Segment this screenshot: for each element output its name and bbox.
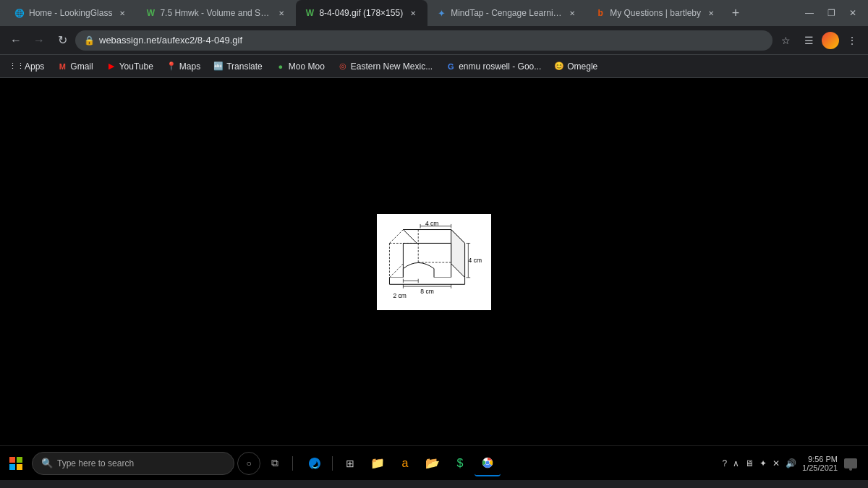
new-tab-button[interactable]: + (726, 3, 746, 23)
diagram-svg: 4 cm 4 cm 8 cm 2 cm (383, 217, 485, 307)
bookmark-moomoo-label: Moo Moo (289, 61, 325, 72)
dollar-taskbar-button[interactable]: $ (447, 450, 473, 476)
task-view-icon: ⧉ (271, 457, 278, 469)
tab-4[interactable]: ✦ MindTap - Cengage Learning ✕ (427, 0, 587, 26)
tray-sound-icon[interactable]: 🔊 (784, 457, 798, 470)
bookmark-translate[interactable]: 🔤 Translate (208, 59, 268, 74)
taskbar-search[interactable]: 🔍 Type here to search (32, 452, 234, 475)
chrome-icon (480, 455, 495, 470)
tab-5[interactable]: b My Questions | bartleby ✕ (587, 0, 726, 26)
address-bar[interactable]: 🔒 webassign.net/aufexc2/8-4-049.gif (75, 30, 773, 51)
gmail-favicon: M (57, 61, 67, 72)
bookmark-moomoo[interactable]: ● Moo Moo (270, 59, 331, 74)
image-container: 4 cm 4 cm 8 cm 2 cm (377, 214, 491, 310)
label-bottom: 8 cm (420, 287, 433, 294)
settings-menu-button[interactable]: ☰ (799, 30, 819, 51)
clock-date: 1/25/2021 (802, 463, 838, 472)
amazon-taskbar-button[interactable]: a (392, 450, 418, 476)
tab-5-close[interactable]: ✕ (705, 7, 717, 19)
bookmark-apps[interactable]: ⋮⋮ Apps (6, 59, 50, 74)
notification-icon (844, 458, 857, 468)
tab-3-title: 8-4-049.gif (178×155) (319, 8, 403, 18)
tab-1[interactable]: 🌐 Home - LookingGlass ✕ (6, 0, 137, 26)
system-tray: ? ∧ 🖥 ✦ ✕ 🔊 (720, 457, 798, 470)
refresh-button[interactable]: ↻ (52, 30, 72, 51)
bookmark-youtube[interactable]: ▶ YouTube (101, 59, 159, 74)
bookmark-maps[interactable]: 📍 Maps (161, 59, 206, 74)
taskbar-divider (292, 456, 293, 471)
tray-x-icon[interactable]: ✕ (771, 457, 781, 470)
more-options-button[interactable]: ⋮ (842, 30, 862, 51)
grid-icon: ⊞ (346, 458, 354, 469)
taskbar-right: ? ∧ 🖥 ✦ ✕ 🔊 9:56 PM 1/25/2021 (720, 455, 865, 472)
bookmark-enmu-label: enmu roswell - Goo... (459, 61, 541, 72)
tab-1-close[interactable]: ✕ (116, 7, 128, 19)
bookmarks-bar: ⋮⋮ Apps M Gmail ▶ YouTube 📍 Maps 🔤 Trans… (0, 55, 868, 78)
tray-question-icon[interactable]: ? (720, 457, 728, 470)
tab-2-close[interactable]: ✕ (276, 7, 287, 19)
close-button[interactable]: ✕ (846, 7, 859, 20)
apps-favicon: ⋮⋮ (12, 61, 22, 72)
eastern-favicon: ◎ (338, 61, 348, 72)
maximize-button[interactable]: ❐ (825, 7, 838, 20)
notification-button[interactable] (842, 455, 859, 472)
tab-5-favicon: b (595, 8, 605, 18)
bookmark-gmail[interactable]: M Gmail (51, 59, 98, 74)
bookmark-enmu[interactable]: G enmu roswell - Goo... (440, 59, 547, 74)
label-right: 4 cm (469, 256, 482, 263)
label-front: 2 cm (393, 292, 406, 299)
files-taskbar-button[interactable]: 📁 (365, 450, 391, 476)
edge-icon (307, 456, 322, 471)
tray-extra-icon[interactable]: ✦ (758, 457, 768, 470)
folder-icon: 📁 (370, 456, 385, 470)
nav-icons: ☆ ☰ ⋮ (775, 30, 862, 51)
svg-point-38 (486, 461, 490, 464)
omegle-favicon: 😊 (554, 61, 564, 72)
dollar-icon: $ (457, 457, 464, 470)
enmu-favicon: G (446, 61, 456, 72)
tray-network-icon[interactable]: 🖥 (744, 457, 755, 470)
taskbar: 🔍 Type here to search ○ ⧉ ⊞ 📁 a (0, 445, 868, 480)
bookmark-omegle[interactable]: 😊 Omegle (548, 59, 603, 74)
cortana-button[interactable]: ○ (237, 452, 260, 475)
back-button[interactable]: ← (6, 30, 26, 51)
bookmark-eastern-label: Eastern New Mexic... (351, 61, 433, 72)
tab-4-favicon: ✦ (436, 8, 446, 18)
folder2-icon: 📂 (425, 456, 440, 470)
tab-1-favicon: 🌐 (14, 8, 25, 18)
tab-2-favicon: W (145, 8, 156, 18)
search-icon: 🔍 (41, 458, 53, 468)
clock-time: 9:56 PM (802, 455, 838, 463)
moomoo-favicon: ● (276, 61, 286, 72)
folder2-taskbar-button[interactable]: 📂 (420, 450, 446, 476)
tab-3-close[interactable]: ✕ (407, 7, 419, 19)
task-view-button[interactable]: ⧉ (263, 452, 286, 475)
window-controls: — ❐ ✕ (803, 7, 862, 20)
youtube-favicon: ▶ (106, 61, 116, 72)
bookmark-maps-label: Maps (179, 61, 200, 72)
taskbar-clock[interactable]: 9:56 PM 1/25/2021 (802, 455, 838, 472)
forward-button[interactable]: → (29, 30, 49, 51)
amazon-icon: a (402, 457, 409, 470)
tab-1-title: Home - LookingGlass (29, 8, 112, 18)
title-bar: 🌐 Home - LookingGlass ✕ W 7.5 Hmwk - Vol… (0, 0, 868, 26)
search-placeholder: Type here to search (57, 458, 134, 468)
start-button[interactable] (3, 450, 29, 476)
profile-avatar[interactable] (822, 32, 839, 49)
startmenu-taskbar-button[interactable]: ⊞ (337, 450, 363, 476)
tray-up-arrow[interactable]: ∧ (731, 457, 741, 470)
svg-rect-32 (9, 457, 15, 463)
tab-2[interactable]: W 7.5 Hmwk - Volume and Surfa… ✕ (137, 0, 296, 26)
chrome-taskbar-button[interactable] (475, 450, 501, 476)
tab-4-close[interactable]: ✕ (566, 7, 578, 19)
bookmark-star-button[interactable]: ☆ (775, 30, 796, 51)
tab-3[interactable]: W 8-4-049.gif (178×155) ✕ (296, 0, 427, 26)
svg-marker-9 (389, 277, 464, 283)
maps-favicon: 📍 (166, 61, 176, 72)
edge-taskbar-button[interactable] (302, 450, 328, 476)
bookmark-eastern[interactable]: ◎ Eastern New Mexic... (332, 59, 438, 74)
minimize-button[interactable]: — (803, 7, 816, 20)
label-top: 4 cm (425, 219, 438, 226)
bookmark-gmail-label: Gmail (70, 61, 93, 72)
svg-rect-34 (9, 464, 15, 470)
